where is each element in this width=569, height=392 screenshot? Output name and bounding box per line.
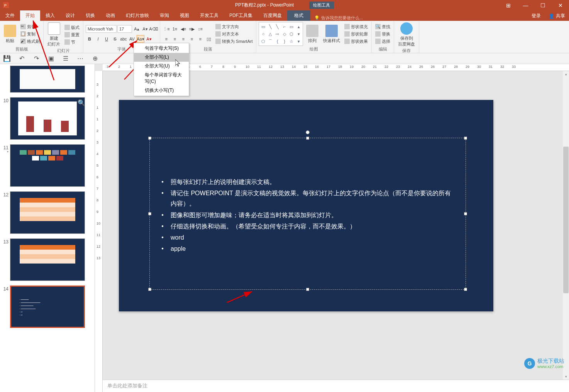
- replace-button[interactable]: 替换: [374, 31, 391, 37]
- numbering-button[interactable]: 1≡: [171, 25, 179, 33]
- tab-pdf[interactable]: PDF工具集: [224, 10, 258, 21]
- scroll-up-icon[interactable]: ▴: [563, 71, 569, 77]
- tab-slideshow[interactable]: 幻灯片放映: [120, 10, 154, 21]
- smartart-button[interactable]: 转换为 SmartArt: [214, 38, 254, 45]
- scroll-down-icon[interactable]: ▾: [563, 373, 569, 380]
- menu-sentence-case[interactable]: 句首字母大写(S): [134, 44, 189, 53]
- tab-insert[interactable]: 插入: [40, 10, 60, 21]
- tab-view[interactable]: 视图: [174, 10, 195, 21]
- text-direction-button[interactable]: 文字方向: [214, 24, 254, 30]
- bullet-item[interactable]: 请记住 POWERPOINT 是演示文稿的视觉效果。每张幻灯片上的文字仅作为论点…: [161, 188, 454, 209]
- shape-scroll-up[interactable]: ▴: [295, 23, 302, 30]
- tell-me-search[interactable]: 💡 告诉我您想要做什么...: [314, 15, 363, 21]
- qa-redo-icon[interactable]: ↷: [32, 55, 40, 63]
- resize-handle[interactable]: [148, 212, 151, 215]
- columns-button[interactable]: ▯▯: [205, 35, 213, 43]
- slide-thumb-13[interactable]: [10, 238, 85, 281]
- paste-button[interactable]: 粘贴: [2, 24, 18, 44]
- close-button[interactable]: ✕: [552, 0, 569, 10]
- qa-save-icon[interactable]: 💾: [3, 55, 11, 63]
- decrease-indent-button[interactable]: ◀≡: [180, 25, 187, 33]
- slide-thumb-10[interactable]: 🔍: [10, 97, 85, 140]
- shape-effect-button[interactable]: 形状效果: [343, 38, 369, 45]
- vertical-scrollbar[interactable]: ▴ ▾: [563, 71, 569, 380]
- tab-transition[interactable]: 切换: [80, 10, 100, 21]
- shape-fill-button[interactable]: 形状填充: [343, 24, 369, 30]
- resize-handle[interactable]: [464, 212, 467, 215]
- align-right-button[interactable]: ≡: [180, 35, 187, 43]
- strike-button[interactable]: S: [111, 35, 119, 43]
- shapes-gallery[interactable]: ▭╲╲⌐▭▴ ○△⇨◇⬡▾ ⬠⌒{}☆▾: [259, 22, 303, 46]
- slide-thumb-9[interactable]: [10, 66, 85, 93]
- section-button[interactable]: 节: [63, 39, 81, 46]
- bold-button[interactable]: B: [86, 35, 93, 43]
- change-case-button[interactable]: Aa▾: [137, 35, 144, 43]
- notes-area[interactable]: 单击此处添加备注: [103, 380, 569, 392]
- increase-indent-button[interactable]: ≡▶: [188, 25, 196, 33]
- save-to-cloud-button[interactable]: 保存到 百度网盘: [396, 22, 417, 48]
- resize-handle[interactable]: [148, 137, 151, 140]
- format-painter-button[interactable]: 🖌格式刷: [19, 38, 41, 45]
- minimize-button[interactable]: —: [517, 0, 534, 10]
- tab-home[interactable]: 开始: [20, 10, 40, 21]
- layout-button[interactable]: 版式: [63, 24, 81, 31]
- resize-handle[interactable]: [306, 137, 309, 140]
- shape-more-icon[interactable]: ▾: [295, 38, 302, 45]
- tab-animation[interactable]: 动画: [100, 10, 120, 21]
- magnify-icon[interactable]: 🔍: [78, 99, 83, 105]
- tab-file[interactable]: 文件: [0, 10, 20, 21]
- reset-button[interactable]: 重置: [63, 32, 81, 38]
- bullet-item[interactable]: apple: [161, 243, 454, 254]
- bullet-item[interactable]: 图像和图形可增加趣味；请务必在适当时将其添加到幻灯片。: [161, 210, 454, 220]
- bullet-item[interactable]: 照每张幻灯片上的说明创建演示文稿。: [161, 177, 454, 187]
- align-text-button[interactable]: 对齐文本: [214, 31, 254, 37]
- bullet-item[interactable]: 仔细选择切换和动画。（希望受众如何专注于内容，而不是效果。）: [161, 221, 454, 231]
- bullet-item[interactable]: word: [161, 232, 454, 243]
- qa-touch-icon[interactable]: ☰: [62, 55, 69, 63]
- shadow-button[interactable]: abc: [120, 35, 127, 43]
- font-name-combo[interactable]: Microsoft Yah: [86, 25, 117, 33]
- new-slide-button[interactable]: 新建 幻灯片: [46, 22, 62, 48]
- align-center-button[interactable]: ≡: [171, 35, 179, 43]
- menu-toggle-case[interactable]: 切换大小写(T): [134, 86, 189, 95]
- tab-design[interactable]: 设计: [60, 10, 80, 21]
- resize-handle[interactable]: [464, 137, 467, 140]
- distribute-button[interactable]: ≡: [196, 35, 204, 43]
- qa-extra-icon[interactable]: ⊕: [91, 55, 99, 63]
- bullets-button[interactable]: ⋮≡: [163, 25, 170, 33]
- slide-thumb-14[interactable]: • ━━━━━━━━━━ • ━━━━━━━━━━━━━━━━━━━━━━━━━…: [10, 286, 85, 328]
- slide-thumb-12[interactable]: [10, 191, 85, 234]
- menu-capitalize-each[interactable]: 每个单词首字母大写(C): [134, 71, 189, 86]
- arrange-button[interactable]: 排列: [305, 24, 320, 44]
- ribbon-options-icon[interactable]: ⊞: [500, 0, 517, 10]
- rotate-handle[interactable]: [306, 130, 310, 134]
- select-button[interactable]: 选择: [374, 38, 391, 45]
- clear-format-button[interactable]: A⌫: [150, 25, 157, 33]
- italic-button[interactable]: I: [94, 35, 102, 43]
- char-spacing-button[interactable]: AV: [128, 35, 136, 43]
- tab-developer[interactable]: 开发工具: [195, 10, 224, 21]
- maximize-button[interactable]: ☐: [534, 0, 552, 10]
- font-color-button[interactable]: A▾: [145, 35, 153, 43]
- bullet-list[interactable]: 照每张幻灯片上的说明创建演示文稿。 请记住 POWERPOINT 是演示文稿的视…: [150, 138, 466, 254]
- tab-format[interactable]: 格式: [287, 10, 310, 21]
- justify-button[interactable]: ≡: [188, 35, 196, 43]
- resize-handle[interactable]: [464, 288, 467, 291]
- login-button[interactable]: 登录: [528, 11, 545, 21]
- shape-outline-button[interactable]: 形状轮廓: [343, 31, 369, 37]
- decrease-font-button[interactable]: A▾: [141, 25, 149, 33]
- line-spacing-button[interactable]: ↕≡: [196, 25, 204, 33]
- shape-scroll-down[interactable]: ▾: [295, 30, 302, 37]
- tab-baidu[interactable]: 百度网盘: [258, 10, 287, 21]
- scrollbar-thumb[interactable]: [563, 147, 569, 293]
- resize-handle[interactable]: [306, 288, 309, 291]
- qa-more-icon[interactable]: ⋯: [76, 55, 84, 63]
- cut-button[interactable]: ✂剪切: [19, 24, 41, 30]
- find-button[interactable]: 🔍查找: [374, 24, 391, 30]
- slide-thumb-11[interactable]: [10, 144, 85, 187]
- qa-undo-icon[interactable]: ↶: [18, 55, 25, 63]
- align-left-button[interactable]: ≡: [163, 35, 170, 43]
- underline-button[interactable]: U: [103, 35, 110, 43]
- content-textbox[interactable]: 照每张幻灯片上的说明创建演示文稿。 请记住 POWERPOINT 是演示文稿的视…: [149, 138, 466, 290]
- slide-panel[interactable]: 10 🔍 11* 12 13: [0, 64, 95, 392]
